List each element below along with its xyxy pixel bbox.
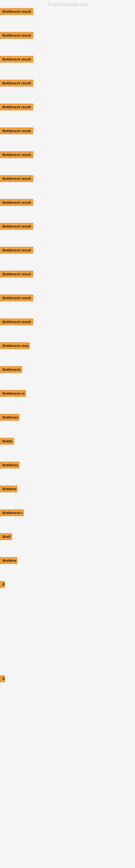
bottleneck-item-6: Bottleneck result [0, 127, 33, 135]
bottleneck-badge-18[interactable]: Bottlenec [0, 414, 19, 421]
bottleneck-badge-7[interactable]: Bottleneck result [0, 151, 33, 158]
bottleneck-item-14: Bottleneck result [0, 318, 33, 326]
bottleneck-item-4: Bottleneck result [0, 80, 33, 88]
bottleneck-badge-12[interactable]: Bottleneck result [0, 271, 33, 278]
bottleneck-badge-10[interactable]: Bottleneck result [0, 223, 33, 230]
bottleneck-item-20: Bottlenec [0, 462, 19, 469]
bottleneck-badge-2[interactable]: Bottleneck result [0, 32, 33, 39]
bottleneck-item-2: Bottleneck result [0, 32, 33, 40]
bottleneck-item-3: Bottleneck result [0, 56, 33, 64]
bottleneck-badge-26[interactable]: B [0, 675, 5, 682]
bottleneck-badge-1[interactable]: Bottleneck result [0, 8, 33, 15]
bottleneck-badge-21[interactable]: Bottlene [0, 486, 17, 492]
bottleneck-item-12: Bottleneck result [0, 271, 33, 279]
bottleneck-item-1: Bottleneck result [0, 8, 33, 16]
bottleneck-badge-6[interactable]: Bottleneck result [0, 127, 33, 134]
bottleneck-badge-3[interactable]: Bottleneck result [0, 56, 33, 63]
bottleneck-badge-20[interactable]: Bottlenec [0, 462, 19, 468]
bottleneck-item-13: Bottleneck result [0, 294, 33, 303]
bottleneck-badge-4[interactable]: Bottleneck result [0, 80, 33, 87]
bottleneck-item-8: Bottleneck result [0, 175, 33, 183]
bottleneck-item-11: Bottleneck result [0, 247, 33, 255]
bottleneck-badge-15[interactable]: Bottleneck resu [0, 342, 30, 349]
bottleneck-badge-5[interactable]: Bottleneck result [0, 104, 33, 111]
bottleneck-badge-14[interactable]: Bottleneck result [0, 318, 33, 325]
bottleneck-badge-24[interactable]: Bottlene [0, 557, 17, 564]
bottleneck-badge-11[interactable]: Bottleneck result [0, 247, 33, 254]
bottleneck-item-21: Bottlene [0, 486, 17, 493]
bottleneck-item-18: Bottlenec [0, 414, 19, 422]
bottleneck-item-23: Bottl [0, 533, 12, 541]
bottleneck-item-10: Bottleneck result [0, 223, 33, 231]
bottleneck-item-16: Bottleneck [0, 366, 22, 374]
bottleneck-badge-13[interactable]: Bottleneck result [0, 294, 33, 301]
bottleneck-item-17: Bottleneck re [0, 390, 26, 398]
bottleneck-item-24: Bottlene [0, 557, 17, 565]
bottleneck-badge-25[interactable]: B [0, 581, 5, 588]
bottleneck-item-15: Bottleneck resu [0, 342, 30, 350]
bottleneck-badge-9[interactable]: Bottleneck result [0, 199, 33, 206]
bottleneck-item-19: Bottle [0, 438, 14, 446]
bottleneck-item-26: B [0, 675, 5, 683]
bottleneck-badge-22[interactable]: Bottleneck r [0, 509, 24, 516]
bottleneck-badge-16[interactable]: Bottleneck [0, 366, 22, 373]
bottleneck-item-9: Bottleneck result [0, 199, 33, 207]
bottleneck-item-25: B [0, 581, 5, 589]
bottleneck-badge-23[interactable]: Bottl [0, 533, 12, 540]
bottleneck-item-7: Bottleneck result [0, 151, 33, 159]
bottleneck-badge-17[interactable]: Bottleneck re [0, 390, 26, 397]
bottleneck-badge-19[interactable]: Bottle [0, 438, 14, 444]
bottleneck-badge-8[interactable]: Bottleneck result [0, 175, 33, 182]
bottleneck-item-5: Bottleneck result [0, 104, 33, 112]
page-wrapper: TheBottlenecker.com Bottleneck resultBot… [0, 0, 135, 868]
bottleneck-item-22: Bottleneck r [0, 509, 24, 517]
